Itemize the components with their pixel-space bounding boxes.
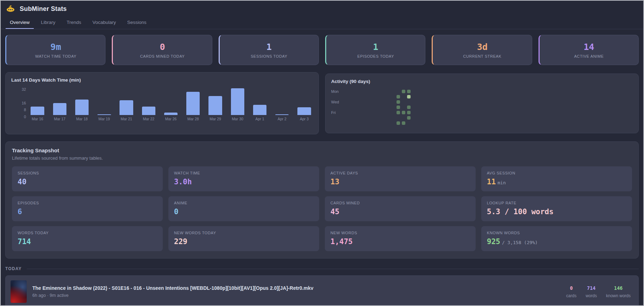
- x-axis-label: Mar 17: [51, 117, 68, 121]
- heatmap-day-labels: MonWedFri: [331, 90, 344, 125]
- bar-wrap: [185, 86, 202, 115]
- stat-card: 9mWATCH TIME TODAY: [5, 35, 105, 65]
- day-label: Wed: [331, 100, 344, 104]
- episode-stat-label: words: [586, 293, 597, 298]
- activity-panel: Activity (90 days) MonWedFri: [325, 74, 639, 133]
- bar-wrap: [251, 86, 268, 115]
- bar-column: Mar 30: [229, 86, 246, 121]
- snapshot-tile: SESSIONS40: [12, 166, 163, 191]
- bar: [53, 103, 66, 115]
- bar-wrap: [29, 86, 46, 115]
- tile-value: 0: [174, 208, 314, 216]
- bar-column: Mar 16: [29, 86, 46, 121]
- snapshot-title: Tracking Snapshot: [12, 147, 632, 153]
- tile-label: WORDS TODAY: [18, 231, 157, 235]
- bar-wrap: [140, 86, 157, 115]
- bar-column: Mar 26: [162, 86, 179, 121]
- heatmap-cell: [402, 90, 405, 93]
- tile-value: 11min: [487, 178, 626, 186]
- stat-card: 14ACTIVE ANIME: [539, 35, 639, 65]
- x-axis-label: Apr 3: [296, 117, 313, 121]
- snapshot-tile: CARDS MINED45: [325, 196, 476, 221]
- episode-stat-value: 0: [566, 285, 577, 291]
- tile-value-suffix: min: [497, 180, 505, 185]
- activity-title: Activity (90 days): [331, 79, 633, 84]
- tile-label: SESSIONS: [18, 171, 157, 175]
- stat-label: EPISODES TODAY: [357, 54, 394, 58]
- stat-value: 9m: [51, 42, 61, 52]
- episode-stat-value: 146: [606, 285, 631, 291]
- bar-column: Apr 3: [296, 86, 313, 121]
- tile-label: CARDS MINED: [330, 201, 470, 205]
- watch-time-chart-panel: Last 14 Days Watch Time (min) 081632Mar …: [5, 72, 319, 134]
- stat-value: 1: [373, 42, 378, 52]
- bar-wrap: [273, 86, 291, 115]
- bar: [297, 107, 311, 115]
- tile-value: 1,475: [330, 237, 470, 246]
- tracking-snapshot-panel: Tracking Snapshot Lifetime totals source…: [5, 141, 639, 259]
- stat-value: 0: [160, 42, 165, 52]
- today-episode-card[interactable]: The Eminence in Shadow (2022) - S01E16 -…: [5, 275, 639, 306]
- bar-wrap: [207, 86, 224, 115]
- bar: [75, 100, 89, 115]
- tab-vocabulary[interactable]: Vocabulary: [88, 16, 120, 29]
- page-title: SubMiner Stats: [20, 5, 67, 13]
- bar-wrap: [296, 86, 313, 115]
- bar-wrap: [51, 86, 68, 115]
- day-label: Fri: [331, 111, 344, 114]
- episode-meta: 6h ago · 9m active: [32, 293, 566, 298]
- tab-trends[interactable]: Trends: [63, 16, 86, 29]
- tile-value: 6: [18, 208, 157, 216]
- tile-label: AVG SESSION: [487, 171, 626, 175]
- snapshot-tile: LOOKUP RATE5.3 / 100 words: [481, 196, 632, 221]
- bar-column: Mar 28: [185, 86, 202, 121]
- panels-row: Last 14 Days Watch Time (min) 081632Mar …: [1, 65, 643, 134]
- x-axis-label: Mar 21: [118, 117, 135, 121]
- tab-sessions[interactable]: Sessions: [123, 16, 151, 29]
- watch-time-bar-chart: 081632Mar 16Mar 17Mar 18Mar 19Mar 21Mar …: [11, 86, 313, 123]
- tile-value: 45: [330, 208, 470, 216]
- bar-wrap: [229, 86, 246, 115]
- tab-overview[interactable]: Overview: [6, 16, 34, 29]
- bar-column: Mar 21: [118, 86, 135, 121]
- bar-column: Mar 18: [73, 86, 90, 121]
- bar: [31, 107, 44, 115]
- stat-value: 3d: [477, 42, 488, 52]
- x-axis-label: Mar 26: [162, 117, 179, 121]
- snapshot-tile: ANIME0: [168, 196, 319, 221]
- bar-column: Apr 2: [273, 86, 291, 121]
- activity-heatmap-body: MonWedFri: [331, 90, 633, 125]
- stat-label: ACTIVE ANIME: [574, 54, 604, 58]
- heatmap-cell: [397, 100, 400, 104]
- y-axis-tick: 32: [12, 87, 26, 91]
- heatmap-cell: [402, 111, 405, 114]
- stat-card: 3dCURRENT STREAK: [432, 35, 532, 65]
- stat-label: CURRENT STREAK: [463, 54, 501, 58]
- stat-card: 1SESSIONS TODAY: [219, 35, 319, 65]
- tile-value-suffix: / 3,158 (29%): [502, 240, 538, 245]
- heatmap-cell: [402, 121, 405, 125]
- y-axis-tick: 8: [12, 108, 26, 112]
- app-header: SubMiner Stats: [1, 1, 643, 16]
- stat-label: SESSIONS TODAY: [251, 54, 287, 58]
- tile-value: 925/ 3,158 (29%): [487, 237, 626, 246]
- stat-card: 0CARDS MINED TODAY: [112, 35, 212, 65]
- heatmap-cell: [407, 90, 411, 93]
- stat-card: 1EPISODES TODAY: [325, 35, 425, 65]
- episode-text: The Eminence in Shadow (2022) - S01E16 -…: [32, 285, 566, 298]
- bar: [253, 105, 266, 115]
- heatmap-cell: [407, 95, 411, 98]
- bar-column: Mar 19: [96, 86, 113, 121]
- bar-wrap: [162, 86, 179, 115]
- episode-stats: 0cards714words146known words: [566, 285, 631, 298]
- episode-stat: 0cards: [566, 285, 577, 298]
- episode-stat: 146known words: [606, 285, 631, 298]
- tile-value: 5.3 / 100 words: [487, 208, 626, 216]
- heatmap-cell: [397, 106, 400, 109]
- snapshot-tile: EPISODES6: [12, 196, 163, 221]
- chart-title: Last 14 Days Watch Time (min): [11, 77, 313, 83]
- stat-value: 14: [584, 42, 594, 52]
- tile-value: 229: [174, 237, 314, 246]
- tab-library[interactable]: Library: [37, 16, 59, 29]
- bar-wrap: [118, 86, 135, 115]
